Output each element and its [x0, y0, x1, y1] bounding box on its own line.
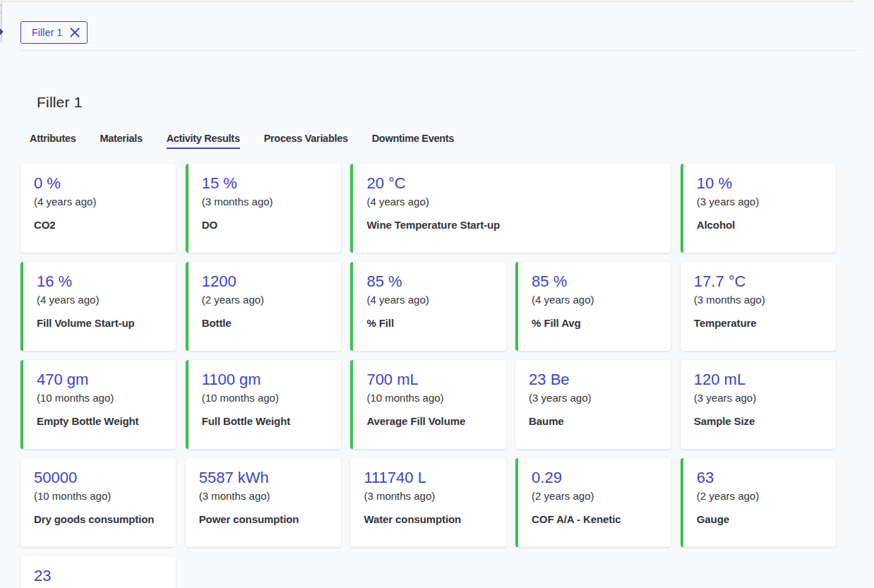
metric-timestamp: (4 years ago) — [366, 292, 496, 308]
metric-timestamp: (3 months ago) — [199, 488, 331, 505]
metric-value: 20 °C — [366, 174, 661, 193]
metric-value: 1100 gm — [202, 370, 331, 390]
metric-label: COF A/A - Kenetic — [532, 512, 661, 527]
metric-value: 85 % — [532, 272, 661, 292]
asset-detail-page: Filler 1 Filler 1 AttributesMaterialsAct… — [0, 0, 874, 588]
metric-value: 120 mL — [694, 370, 826, 390]
metric-label: % Fill Avg — [532, 316, 661, 330]
metric-card-dry-goods-consumption[interactable]: 50000(10 months ago)Dry goods consumptio… — [20, 458, 176, 547]
metric-card-19[interactable]: 23 — [20, 556, 176, 588]
metric-label: Temperature — [694, 316, 826, 330]
metric-card-fill-volume-start-up[interactable]: 16 %(4 years ago)Fill Volume Start-up — [20, 262, 176, 351]
metric-label: Baume — [529, 414, 661, 428]
metric-timestamp: (10 months ago) — [202, 390, 331, 407]
metric-card-gauge[interactable]: 63(2 years ago)Gauge — [681, 458, 836, 547]
metric-card-baume[interactable]: 23 Be(3 years ago)Baume — [515, 360, 671, 449]
metric-card-power-consumption[interactable]: 5587 kWh(3 months ago)Power consumption — [186, 458, 341, 547]
metric-timestamp: (2 years ago) — [532, 488, 661, 505]
metric-timestamp: (3 years ago) — [697, 193, 826, 210]
chip-close-icon[interactable] — [70, 28, 80, 37]
metric-value: 10 % — [697, 174, 826, 193]
page-title: Filler 1 — [37, 92, 874, 112]
metric-timestamp: (3 months ago) — [202, 193, 331, 210]
metric-card-wine-temperature-start-up[interactable]: 20 °C(4 years ago)Wine Temperature Start… — [350, 164, 671, 253]
metric-label: Power consumption — [199, 512, 331, 527]
metric-value: 111740 L — [364, 468, 496, 488]
metric-label: Gauge — [697, 512, 826, 527]
metric-card-do[interactable]: 15 %(3 months ago)DO — [186, 164, 341, 253]
metric-card--fill-avg[interactable]: 85 %(4 years ago)% Fill Avg — [515, 262, 671, 351]
metric-value: 16 % — [37, 272, 166, 292]
metric-value: 63 — [697, 468, 826, 488]
metric-label: Sample Size — [694, 414, 826, 428]
metric-timestamp: (4 years ago) — [34, 193, 166, 210]
metric-value: 15 % — [202, 174, 331, 193]
metric-value: 470 gm — [37, 370, 166, 390]
metric-value: 0 % — [34, 174, 166, 193]
metric-card-co2[interactable]: 0 %(4 years ago)CO2 — [20, 164, 176, 253]
metric-timestamp: (4 years ago) — [37, 292, 166, 308]
metric-value: 5587 kWh — [199, 468, 331, 488]
metric-card-sample-size[interactable]: 120 mL(3 years ago)Sample Size — [681, 360, 836, 449]
tab-materials[interactable]: Materials — [100, 131, 142, 149]
metric-label: Dry goods consumption — [34, 512, 166, 527]
tab-activity-results[interactable]: Activity Results — [167, 131, 240, 149]
metric-label: Alcohol — [697, 218, 826, 232]
metric-label: DO — [202, 218, 331, 232]
metric-timestamp: (3 years ago) — [529, 390, 661, 407]
metric-card-empty-bottle-weight[interactable]: 470 gm(10 months ago)Empty Bottle Weight — [20, 360, 176, 449]
header-divider — [20, 50, 862, 51]
metric-label: Wine Temperature Start-up — [366, 218, 661, 232]
metric-timestamp: (2 years ago) — [697, 488, 826, 505]
metric-timestamp: (4 years ago) — [532, 292, 661, 308]
metric-label: Water consumption — [364, 512, 496, 527]
metric-timestamp: (2 years ago) — [202, 292, 331, 308]
metric-card-average-fill-volume[interactable]: 700 mL(10 months ago)Average Fill Volume — [350, 360, 505, 449]
metric-card-full-bottle-weight[interactable]: 1100 gm(10 months ago)Full Bottle Weight — [186, 360, 341, 449]
metric-value: 17.7 °C — [694, 272, 826, 292]
metric-card-bottle[interactable]: 1200(2 years ago)Bottle — [186, 262, 341, 351]
filter-chip-filler-1[interactable]: Filler 1 — [20, 21, 88, 44]
tab-bar: AttributesMaterialsActivity ResultsProce… — [30, 131, 874, 149]
filter-chip-label: Filler 1 — [32, 27, 63, 38]
metric-value: 23 Be — [529, 370, 661, 390]
filter-chip-row: Filler 1 — [0, 0, 874, 50]
metric-card-water-consumption[interactable]: 111740 L(3 months ago)Water consumption — [350, 458, 505, 547]
metric-card-temperature[interactable]: 17.7 °C(3 months ago)Temperature — [681, 262, 836, 351]
metric-timestamp: (4 years ago) — [366, 193, 661, 210]
metric-timestamp: (10 months ago) — [34, 488, 166, 505]
tab-downtime-events[interactable]: Downtime Events — [372, 131, 454, 149]
metric-value: 1200 — [202, 272, 331, 292]
metric-timestamp: (3 years ago) — [694, 390, 826, 407]
metric-label: Empty Bottle Weight — [37, 414, 166, 428]
metric-value: 23 — [34, 566, 166, 586]
metric-card-alcohol[interactable]: 10 %(3 years ago)Alcohol — [681, 164, 836, 253]
metric-card-cof-a-a-kenetic[interactable]: 0.29(2 years ago)COF A/A - Kenetic — [515, 458, 671, 547]
metric-label: Average Fill Volume — [366, 414, 496, 428]
metric-timestamp: (10 months ago) — [366, 390, 496, 407]
metric-timestamp: (3 months ago) — [694, 292, 826, 308]
metric-label: % Fill — [366, 316, 496, 330]
tab-process-variables[interactable]: Process Variables — [264, 131, 348, 149]
metric-label: Fill Volume Start-up — [37, 316, 166, 330]
metric-cards-grid: 0 %(4 years ago)CO215 %(3 months ago)DO2… — [20, 164, 836, 588]
metric-value: 85 % — [366, 272, 496, 292]
metric-label: Full Bottle Weight — [202, 414, 331, 428]
metric-card--fill[interactable]: 85 %(4 years ago)% Fill — [350, 262, 505, 351]
metric-label: CO2 — [34, 218, 166, 232]
tab-attributes[interactable]: Attributes — [30, 131, 76, 149]
metric-label: Bottle — [202, 316, 331, 330]
metric-value: 0.29 — [532, 468, 661, 488]
metric-timestamp: (10 months ago) — [37, 390, 166, 407]
metric-value: 50000 — [34, 468, 166, 488]
metric-timestamp: (3 months ago) — [364, 488, 496, 505]
metric-value: 700 mL — [366, 370, 496, 390]
